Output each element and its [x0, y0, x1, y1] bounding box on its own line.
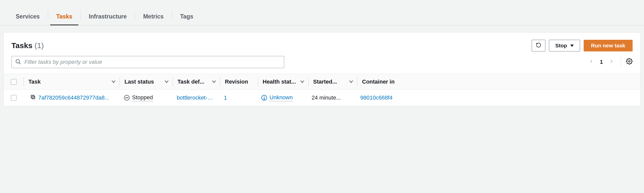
refresh-icon: [536, 42, 541, 49]
health-value: Unknown: [270, 94, 293, 101]
cell-revision: 1: [219, 94, 257, 101]
gear-icon: [626, 58, 633, 66]
run-new-task-label: Run new task: [591, 43, 625, 49]
tab-services[interactable]: Services: [8, 8, 48, 25]
chevron-right-icon: [609, 59, 614, 65]
sort-icon: [165, 80, 168, 83]
svg-point-2: [629, 61, 630, 62]
tab-tags[interactable]: Tags: [172, 8, 201, 25]
col-started[interactable]: Started...: [309, 79, 357, 85]
col-health[interactable]: Health stat...: [258, 79, 308, 85]
refresh-button[interactable]: [532, 40, 545, 51]
svg-line-1: [19, 63, 21, 64]
tab-metrics[interactable]: Metrics: [135, 8, 172, 25]
separator: [621, 57, 621, 67]
copy-icon[interactable]: [30, 94, 36, 101]
pager-next-button[interactable]: [607, 58, 616, 66]
filter-row: 1: [4, 56, 640, 74]
run-new-task-button[interactable]: Run new task: [584, 40, 633, 51]
col-task-def[interactable]: Task def...: [173, 79, 220, 85]
row-checkbox[interactable]: [11, 95, 16, 101]
panel-header: Tasks (1) Stop Run new task: [4, 33, 640, 56]
tasks-table: Task Last status Task def... Revision: [4, 74, 640, 106]
cell-started: 24 minute...: [307, 94, 356, 101]
col-task-def-label: Task def...: [177, 79, 204, 85]
cell-health: Unknown: [257, 94, 307, 101]
task-id-link[interactable]: 7af782059c644872977da8...: [38, 94, 109, 101]
svg-rect-4: [31, 95, 34, 98]
tab-bar: Services Tasks Infrastructure Metrics Ta…: [0, 0, 644, 25]
cell-container-instance: 98010c668f4: [356, 94, 640, 101]
revision-link[interactable]: 1: [224, 94, 227, 101]
info-icon: [261, 95, 267, 101]
cell-task-def: bottlerocket-gpu: [172, 94, 219, 101]
svg-rect-3: [32, 96, 35, 99]
col-container-instance[interactable]: Container in: [357, 79, 640, 85]
tab-infrastructure[interactable]: Infrastructure: [81, 8, 135, 25]
col-container-instance-label: Container in: [362, 79, 395, 85]
pager-current: 1: [600, 59, 603, 65]
cell-last-status: Stopped: [119, 94, 172, 101]
settings-button[interactable]: [626, 58, 633, 66]
col-revision-label: Revision: [225, 79, 248, 85]
col-task[interactable]: Task: [24, 79, 120, 85]
panel-count: (1): [34, 41, 44, 50]
table-row: 7af782059c644872977da8... Stopped bottle…: [4, 90, 640, 106]
col-health-label: Health stat...: [263, 79, 296, 85]
task-def-link[interactable]: bottlerocket-gpu: [177, 94, 215, 101]
container-instance-link[interactable]: 98010c668f4: [360, 94, 392, 101]
search-icon: [15, 59, 21, 66]
col-task-label: Task: [28, 79, 41, 85]
panel-title-text: Tasks: [11, 41, 32, 50]
col-last-status-label: Last status: [124, 79, 154, 85]
stopped-icon: [124, 95, 130, 101]
pager-prev-button[interactable]: [587, 58, 595, 66]
col-revision[interactable]: Revision: [220, 79, 258, 85]
cell-select: [4, 95, 24, 101]
chevron-left-icon: [589, 59, 594, 65]
search-input[interactable]: [24, 59, 280, 65]
search-input-wrap[interactable]: [11, 56, 284, 68]
last-status-value: Stopped: [132, 94, 153, 101]
sort-icon: [301, 80, 304, 83]
sort-icon: [213, 80, 216, 83]
pager: 1: [587, 57, 633, 67]
table-header: Task Last status Task def... Revision: [4, 74, 640, 90]
started-value: 24 minute...: [312, 94, 341, 101]
caret-down-icon: [570, 45, 574, 47]
tab-tasks[interactable]: Tasks: [48, 8, 81, 25]
sort-icon: [350, 80, 353, 83]
select-all-checkbox[interactable]: [11, 79, 16, 85]
col-select-all: [4, 79, 24, 85]
tasks-panel: Tasks (1) Stop Run new task 1: [4, 32, 640, 106]
stop-button[interactable]: Stop: [549, 40, 580, 51]
col-started-label: Started...: [313, 79, 337, 85]
svg-point-0: [16, 60, 20, 63]
col-last-status[interactable]: Last status: [120, 79, 173, 85]
stop-button-label: Stop: [555, 43, 567, 49]
cell-task: 7af782059c644872977da8...: [24, 94, 119, 101]
panel-title: Tasks (1): [11, 41, 528, 50]
sort-icon: [112, 80, 115, 83]
